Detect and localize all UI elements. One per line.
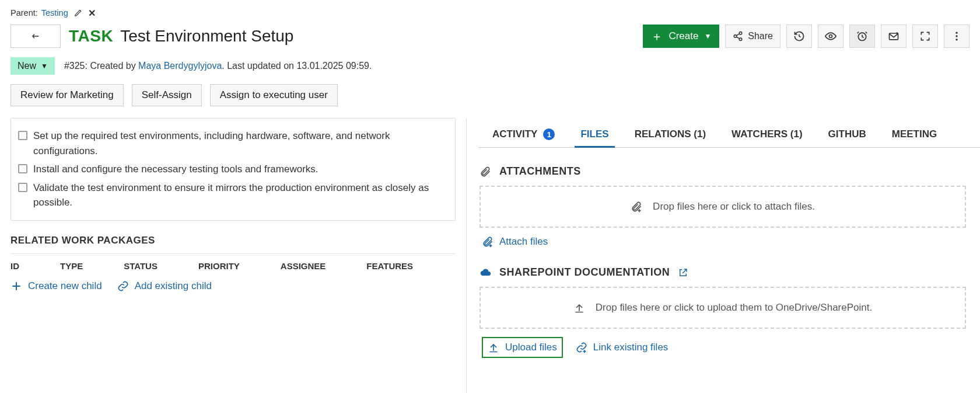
- close-icon[interactable]: ✕: [88, 9, 96, 17]
- attachments-actions: Attach files: [480, 228, 966, 260]
- svg-point-3: [830, 35, 832, 38]
- page-title[interactable]: Test Environment Setup: [120, 27, 293, 46]
- files-panel: ATTACHMENTS Drop files here or click to …: [478, 148, 980, 377]
- mail-icon: [888, 30, 900, 42]
- reminder-button[interactable]: [849, 25, 875, 48]
- col-id[interactable]: ID: [10, 261, 19, 271]
- type-label: TASK: [69, 27, 113, 46]
- upload-icon: [573, 302, 585, 314]
- fullscreen-button[interactable]: [912, 25, 938, 48]
- sharepoint-actions: Upload files Link existing files: [480, 329, 966, 371]
- left-panel: Set up the required test environments, i…: [0, 118, 467, 393]
- assign-exec-button[interactable]: Assign to executing user: [210, 84, 338, 106]
- checkbox[interactable]: [18, 183, 27, 192]
- add-existing-label: Add existing child: [135, 280, 212, 292]
- upload-files-link[interactable]: Upload files: [482, 337, 563, 358]
- checklist-item: Validate the test environment to ensure …: [18, 179, 448, 212]
- upload-icon: [488, 342, 499, 353]
- parent-link[interactable]: Testing: [41, 8, 68, 18]
- col-features[interactable]: FEATURES: [366, 261, 413, 271]
- svg-point-9: [956, 39, 957, 40]
- pencil-icon[interactable]: [74, 9, 82, 17]
- status-dropdown[interactable]: New ▼: [10, 57, 55, 75]
- attach-files-link[interactable]: Attach files: [482, 236, 548, 248]
- create-child-link[interactable]: Create new child: [10, 280, 102, 292]
- svg-point-1: [734, 35, 737, 38]
- tabs: ACTIVITY 1 FILES RELATIONS (1) WATCHERS …: [478, 118, 980, 148]
- share-icon: [733, 31, 743, 41]
- link-add-icon: [576, 342, 587, 353]
- author-link[interactable]: Maya Berdygylyjova: [138, 61, 222, 71]
- tab-watchers[interactable]: WATCHERS (1): [729, 124, 805, 147]
- tab-relations-label: RELATIONS (1): [635, 128, 706, 140]
- svg-point-7: [956, 32, 957, 34]
- alarm-icon: [856, 30, 868, 42]
- col-status[interactable]: STATUS: [124, 261, 158, 271]
- attachments-heading: ATTACHMENTS: [480, 165, 966, 178]
- meta-suffix: . Last updated on 13.01.2025 09:59.: [222, 61, 372, 71]
- cloud-icon: [480, 267, 491, 279]
- sharepoint-heading: SHAREPOINT DOCUMENTATION: [480, 266, 966, 279]
- tab-github[interactable]: GITHUB: [826, 124, 869, 147]
- share-button[interactable]: Share: [725, 25, 780, 48]
- meta-text: #325: Created by Maya Berdygylyjova. Las…: [64, 61, 372, 71]
- link-existing-label: Link existing files: [593, 342, 668, 353]
- mail-button[interactable]: [881, 25, 907, 48]
- tab-activity[interactable]: ACTIVITY 1: [490, 124, 557, 147]
- plus-icon: ＋: [651, 29, 663, 44]
- col-assignee[interactable]: ASSIGNEE: [281, 261, 326, 271]
- paperclip-icon: [480, 166, 491, 178]
- attachments-dropzone[interactable]: Drop files here or click to attach files…: [480, 186, 966, 228]
- related-actions: Create new child Add existing child: [10, 276, 456, 297]
- related-table-header: ID TYPE STATUS PRIORITY ASSIGNEE FEATURE…: [10, 253, 456, 276]
- add-existing-child-link[interactable]: Add existing child: [117, 280, 212, 292]
- share-label: Share: [748, 31, 773, 41]
- external-link-icon[interactable]: [678, 267, 688, 278]
- paperclip-add-icon: [482, 236, 494, 248]
- attachments-drop-text: Drop files here or click to attach files…: [653, 201, 815, 213]
- attachments-title: ATTACHMENTS: [499, 165, 581, 178]
- link-existing-files-link[interactable]: Link existing files: [576, 342, 668, 353]
- create-label: Create: [668, 30, 698, 42]
- sharepoint-drop-text: Drop files here or click to upload them …: [596, 302, 872, 314]
- header: TASK Test Environment Setup ＋ Create ▼ S…: [0, 21, 980, 51]
- tab-meeting[interactable]: MEETING: [890, 124, 939, 147]
- meta-prefix: #325: Created by: [64, 61, 138, 71]
- svg-point-8: [956, 35, 957, 37]
- plus-icon: [10, 280, 22, 292]
- sharepoint-dropzone[interactable]: Drop files here or click to upload them …: [480, 287, 966, 329]
- checklist-item: Install and configure the necessary test…: [18, 160, 448, 179]
- checkbox[interactable]: [18, 164, 27, 173]
- upload-files-label: Upload files: [505, 342, 557, 353]
- svg-point-6: [896, 32, 898, 34]
- col-priority[interactable]: PRIORITY: [198, 261, 240, 271]
- description[interactable]: Set up the required test environments, i…: [10, 118, 456, 221]
- history-button[interactable]: [786, 25, 812, 48]
- parent-label: Parent:: [10, 8, 38, 18]
- back-button[interactable]: [10, 25, 61, 48]
- link-icon: [117, 280, 129, 292]
- svg-point-0: [740, 32, 743, 35]
- chevron-down-icon: ▼: [704, 32, 711, 40]
- self-assign-button[interactable]: Self-Assign: [132, 84, 202, 106]
- tab-github-label: GITHUB: [828, 128, 866, 140]
- checklist-item: Set up the required test environments, i…: [18, 127, 448, 160]
- sharepoint-title: SHAREPOINT DOCUMENTATION: [499, 266, 670, 279]
- svg-point-2: [740, 38, 743, 41]
- review-button[interactable]: Review for Marketing: [10, 84, 124, 106]
- more-button[interactable]: [944, 25, 970, 48]
- meta-row: New ▼ #325: Created by Maya Berdygylyjov…: [0, 51, 980, 78]
- checkbox[interactable]: [18, 131, 27, 140]
- tab-activity-label: ACTIVITY: [492, 128, 537, 140]
- related-heading: RELATED WORK PACKAGES: [10, 235, 456, 246]
- watch-button[interactable]: [818, 25, 844, 48]
- col-type[interactable]: TYPE: [60, 261, 83, 271]
- tab-meeting-label: MEETING: [892, 128, 937, 140]
- right-panel: ACTIVITY 1 FILES RELATIONS (1) WATCHERS …: [467, 118, 980, 393]
- eye-icon: [825, 30, 836, 42]
- checklist-text: Set up the required test environments, i…: [33, 128, 448, 158]
- workflow-actions: Review for Marketing Self-Assign Assign …: [0, 78, 980, 118]
- tab-relations[interactable]: RELATIONS (1): [632, 124, 708, 147]
- create-button[interactable]: ＋ Create ▼: [643, 25, 719, 48]
- tab-files[interactable]: FILES: [578, 124, 611, 147]
